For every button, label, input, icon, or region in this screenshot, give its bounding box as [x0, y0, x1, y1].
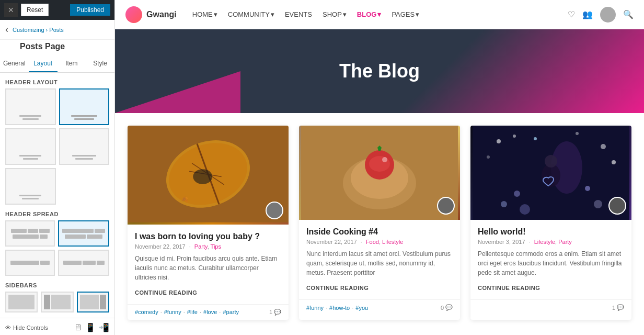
- card-avatar-2: [437, 197, 455, 215]
- breadcrumb-root[interactable]: Customizing: [13, 27, 44, 33]
- layout-option-2[interactable]: [59, 88, 110, 125]
- card-image-wrapper-1: 🍂: [128, 126, 289, 225]
- svg-point-17: [513, 135, 516, 138]
- nav-blog[interactable]: BLOG ▾: [357, 10, 382, 18]
- blog-card-3: Hello world! November 3, 2017 · Lifestyl…: [470, 126, 631, 320]
- nav-home[interactable]: HOME ▾: [192, 10, 217, 18]
- chevron-down-icon: ▾: [416, 10, 419, 18]
- nav-pages[interactable]: PAGES ▾: [392, 10, 419, 18]
- card-tag-2a[interactable]: Food: [366, 239, 379, 245]
- hero-section: The Blog: [115, 29, 644, 113]
- spread-block: [63, 261, 82, 265]
- panel-toolbar: ✕ Reset Published: [0, 0, 114, 20]
- chevron-down-icon: ▾: [343, 10, 347, 18]
- card-tag-1b[interactable]: Tips: [211, 243, 221, 250]
- tag-item[interactable]: #how-to: [329, 305, 350, 311]
- card-comments-3: 1 💬: [612, 304, 624, 311]
- close-button[interactable]: ✕: [4, 3, 18, 17]
- sidebar-side-block: [44, 295, 50, 309]
- spread-option-2[interactable]: [58, 220, 109, 247]
- tag-item[interactable]: #life: [187, 309, 198, 315]
- card-tag-3b[interactable]: Party: [558, 239, 572, 245]
- mock-line: [71, 115, 97, 117]
- card-read-more-2[interactable]: CONTINUE READING: [306, 285, 369, 291]
- chevron-down-icon: ▾: [377, 10, 381, 18]
- nav-logo: Gwangi: [125, 6, 177, 23]
- reset-button[interactable]: Reset: [21, 4, 49, 16]
- hide-controls-button[interactable]: 👁 Hide Controls: [5, 325, 48, 331]
- hero-decoration: [115, 71, 240, 113]
- sidebar-option-2[interactable]: [41, 292, 73, 312]
- svg-point-18: [576, 132, 579, 135]
- heart-icon[interactable]: ♡: [568, 9, 575, 19]
- tablet-icon[interactable]: 📱: [85, 322, 96, 332]
- card-image-wrapper-2: [299, 126, 460, 220]
- sidebar-options-grid: [0, 292, 114, 318]
- card-tag-1a[interactable]: Party: [194, 243, 208, 250]
- card-read-more-1[interactable]: CONTINUE READING: [135, 289, 197, 296]
- tab-general[interactable]: General: [0, 55, 29, 72]
- spread-mock-row: [9, 261, 51, 265]
- layout-option-3[interactable]: [5, 128, 56, 165]
- spread-block: [95, 229, 105, 233]
- card-excerpt-3: Pellentesque commodo eros a enim. Etiam …: [478, 249, 624, 277]
- group-icon[interactable]: 👥: [582, 9, 593, 19]
- tag-item[interactable]: #funny: [164, 309, 181, 315]
- header-layout-title: Header Layout: [0, 73, 114, 88]
- spread-block: [65, 234, 86, 239]
- card-excerpt-1: Quisque id mi. Proin faucibus arcu quis …: [135, 254, 281, 282]
- breadcrumb-page[interactable]: Posts: [49, 27, 64, 33]
- spread-option-4[interactable]: [58, 250, 109, 276]
- layout-option-5[interactable]: [5, 168, 56, 205]
- desktop-icon[interactable]: 🖥: [74, 322, 82, 332]
- back-button[interactable]: ‹: [5, 24, 8, 35]
- card-tag-2b[interactable]: Lifestyle: [382, 239, 403, 245]
- nav-shop[interactable]: SHOP ▾: [323, 10, 347, 18]
- spread-option-1[interactable]: [5, 220, 55, 247]
- card-avatar-3: [608, 197, 626, 215]
- svg-point-29: [501, 201, 507, 207]
- layout-option-1[interactable]: [5, 88, 56, 125]
- card-image-2: [299, 126, 460, 220]
- svg-point-27: [585, 186, 590, 191]
- breadcrumb-sep: ›: [46, 27, 48, 33]
- breadcrumb: ‹ Customizing › Posts: [0, 20, 114, 40]
- card-tag-3a[interactable]: Lifestyle: [534, 239, 555, 245]
- card-read-more-3[interactable]: CONTINUE READING: [478, 285, 540, 291]
- avatar[interactable]: [600, 7, 616, 23]
- sidebar-option-3[interactable]: [77, 292, 109, 312]
- nav-community[interactable]: COMMUNITY ▾: [228, 10, 274, 18]
- tag-item[interactable]: #love: [203, 309, 217, 315]
- card-image-3: [470, 126, 631, 220]
- card-image-wrapper-3: [470, 126, 631, 220]
- device-icons: 🖥 📱 📲: [74, 322, 109, 332]
- mock-line: [22, 118, 39, 120]
- layout-option-4[interactable]: [59, 128, 110, 165]
- spread-block: [87, 234, 102, 239]
- tab-item[interactable]: Item: [58, 55, 86, 72]
- card-excerpt-2: Nunc interdum lacus sit amet orci. Vesti…: [306, 249, 453, 277]
- sidebars-title: Sidebars: [0, 276, 114, 292]
- tag-item[interactable]: #comedy: [135, 309, 158, 315]
- mock-line: [72, 155, 96, 157]
- tag-item[interactable]: #funny: [306, 305, 324, 311]
- mobile-icon[interactable]: 📲: [99, 322, 109, 332]
- comment-count-3: 1: [612, 305, 615, 311]
- card-footer-tags-1: #comedy · #funny · #life · #love · #part…: [135, 309, 239, 315]
- tag-item[interactable]: #party: [223, 309, 239, 315]
- spread-block: [13, 234, 39, 239]
- mock-line: [75, 158, 93, 160]
- card-date-1: November 22, 2017: [135, 243, 186, 250]
- nav-events[interactable]: EVENTS: [285, 10, 312, 18]
- leaf-illustration: 🍂: [128, 126, 289, 222]
- comment-icon: 💬: [445, 304, 453, 311]
- tag-item[interactable]: #you: [355, 305, 368, 311]
- tab-layout[interactable]: Layout: [29, 55, 58, 72]
- published-button[interactable]: Published: [70, 4, 110, 16]
- mock-line: [74, 118, 94, 120]
- sidebar-main-block: [51, 295, 70, 309]
- spread-option-3[interactable]: [5, 250, 55, 276]
- tab-style[interactable]: Style: [86, 55, 114, 72]
- search-icon[interactable]: 🔍: [623, 9, 634, 19]
- sidebar-option-1[interactable]: [5, 292, 38, 312]
